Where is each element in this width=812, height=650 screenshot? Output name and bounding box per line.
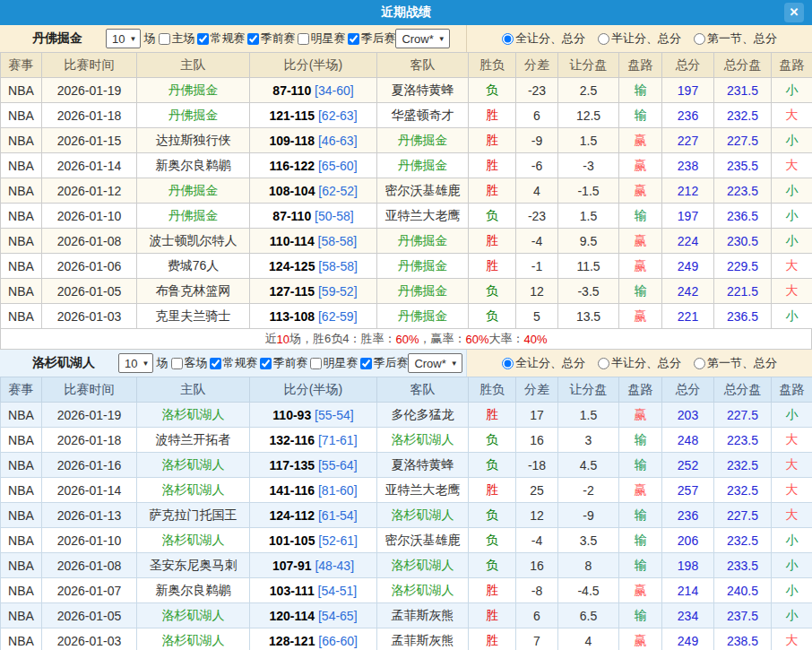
cell-point-diff: 12	[516, 279, 558, 304]
filter-checkbox-3[interactable]: 明星赛	[295, 30, 345, 47]
radio-input[interactable]	[598, 358, 609, 369]
cell-handicap-result: 赢	[619, 628, 662, 650]
score-text: 87-110	[272, 83, 311, 98]
cell-total-points: 197	[662, 78, 714, 103]
game-row: NBA2026-01-03克里夫兰骑士113-108 [62-59]丹佛掘金负5…	[1, 304, 812, 329]
column-header: 赛事	[1, 377, 42, 403]
chevron-down-icon: ▼	[129, 35, 136, 43]
column-header: 主队	[137, 53, 250, 78]
source-select[interactable]: Crow*▼	[408, 353, 462, 373]
cell-result: 胜	[469, 254, 516, 279]
cell-handicap-result: 赢	[619, 403, 662, 428]
filter-radio-2[interactable]: 第一节、总分	[694, 355, 777, 371]
cell-away-team: 丹佛掘金	[377, 254, 469, 279]
cell-total-points: 236	[662, 103, 714, 128]
cell-total-points: 249	[662, 254, 714, 279]
filter-checkbox-1[interactable]: 常规赛	[207, 355, 257, 371]
checkbox-input[interactable]	[298, 33, 309, 45]
cell-over-under: 大	[772, 478, 812, 503]
filter-checkbox-1[interactable]: 常规赛	[194, 30, 245, 47]
radio-input[interactable]	[694, 33, 705, 45]
close-button[interactable]: ✕	[784, 3, 804, 22]
cell-handicap-line: 13.5	[558, 304, 619, 329]
cell-result: 负	[469, 528, 516, 553]
team-name: 丹佛掘金	[32, 30, 82, 47]
score-text: 132-116	[269, 433, 315, 447]
checkbox-input[interactable]	[159, 33, 170, 45]
filter-radio-1[interactable]: 半让分、总分	[598, 30, 681, 47]
cell-total-line: 227.5	[714, 503, 772, 528]
checkbox-input[interactable]	[348, 33, 359, 45]
checkbox-label: 季后赛	[373, 355, 408, 371]
checkbox-input[interactable]	[260, 358, 272, 369]
radio-input[interactable]	[502, 33, 514, 45]
column-header: 盘路	[619, 53, 662, 78]
cell-handicap-result: 输	[619, 78, 662, 103]
filter-radio-0[interactable]: 全让分、总分	[502, 355, 585, 371]
cell-date: 2026-01-03	[42, 304, 137, 329]
cell-away-team: 洛杉矶湖人	[377, 578, 469, 603]
checkbox-input[interactable]	[197, 33, 209, 45]
game-row: NBA2026-01-10丹佛掘金87-110 [50-58]亚特兰大老鹰负-2…	[1, 204, 812, 229]
filter-checkbox-0[interactable]: 主场	[156, 30, 194, 47]
score-text: 116-122	[269, 159, 315, 173]
radio-input[interactable]	[694, 358, 705, 369]
cell-point-diff: -9	[516, 128, 558, 153]
checkbox-input[interactable]	[247, 33, 259, 45]
game-row: NBA2026-01-14洛杉矶湖人141-116 [81-60]亚特兰大老鹰胜…	[1, 478, 812, 503]
halftime-score: [54-65]	[318, 609, 358, 623]
cell-handicap-line: -4.5	[558, 578, 619, 603]
column-header: 比赛时间	[42, 377, 137, 403]
score-text: 109-118	[269, 134, 315, 148]
cell-handicap-line: 2.5	[558, 78, 619, 103]
cell-over-under: 小	[772, 128, 812, 153]
checkbox-input[interactable]	[171, 358, 183, 369]
cell-date: 2026-01-14	[42, 153, 137, 178]
page-title: 近期战绩	[381, 4, 431, 21]
radio-label: 第一节、总分	[707, 30, 777, 47]
games-count-select[interactable]: 10▼	[118, 353, 153, 373]
cell-over-under: 小	[772, 178, 812, 204]
cell-over-under: 小	[772, 578, 812, 603]
checkbox-input[interactable]	[310, 358, 322, 369]
radio-input[interactable]	[598, 33, 609, 45]
filter-checkbox-4[interactable]: 季后赛	[345, 30, 395, 47]
cell-away-team: 亚特兰大老鹰	[377, 478, 469, 503]
cell-date: 2026-01-15	[42, 128, 137, 153]
filter-checkbox-0[interactable]: 客场	[168, 355, 207, 371]
checkbox-input[interactable]	[210, 358, 221, 369]
source-select[interactable]: Crow*▼	[395, 29, 449, 48]
filter-checkbox-2[interactable]: 季前赛	[245, 30, 295, 47]
column-header: 胜负	[469, 53, 516, 78]
cell-score: 87-110 [34-60]	[250, 78, 377, 103]
cell-home-team: 布鲁克林篮网	[137, 279, 250, 304]
score-text: 124-112	[269, 508, 315, 523]
filter-radio-0[interactable]: 全让分、总分	[502, 30, 585, 47]
filter-radio-2[interactable]: 第一节、总分	[694, 30, 777, 47]
cell-total-line: 221.5	[714, 279, 772, 304]
game-row: NBA2026-01-16洛杉矶湖人117-135 [55-64]夏洛特黄蜂负-…	[1, 453, 812, 478]
radio-label: 第一节、总分	[707, 355, 777, 371]
checkbox-input[interactable]	[360, 358, 372, 369]
cell-handicap-line: 4.5	[558, 453, 619, 478]
cell-handicap-result: 输	[619, 279, 662, 304]
cell-home-team: 丹佛掘金	[137, 103, 250, 128]
halftime-score: [59-52]	[318, 284, 358, 299]
filter-radio-1[interactable]: 半让分、总分	[598, 355, 681, 371]
filter-checkbox-4[interactable]: 季后赛	[358, 355, 408, 371]
cell-total-line: 223.5	[714, 428, 772, 453]
cell-total-line: 223.5	[714, 178, 772, 204]
cell-over-under: 大	[772, 453, 812, 478]
cell-handicap-result: 赢	[619, 178, 662, 204]
cell-total-points: 221	[662, 304, 714, 329]
games-count-select[interactable]: 10▼	[106, 29, 141, 48]
cell-away-team: 多伦多猛龙	[377, 403, 469, 428]
cell-total-line: 232.5	[714, 528, 772, 553]
filter-checkbox-2[interactable]: 季前赛	[257, 355, 307, 371]
halftime-score: [58-58]	[318, 234, 358, 248]
cell-over-under: 小	[772, 553, 812, 578]
filter-checkbox-3[interactable]: 明星赛	[307, 355, 358, 371]
radio-input[interactable]	[502, 358, 514, 369]
game-row: NBA2026-01-05洛杉矶湖人120-114 [54-65]孟菲斯灰熊胜6…	[1, 603, 812, 628]
cell-score: 128-121 [66-60]	[250, 628, 377, 650]
